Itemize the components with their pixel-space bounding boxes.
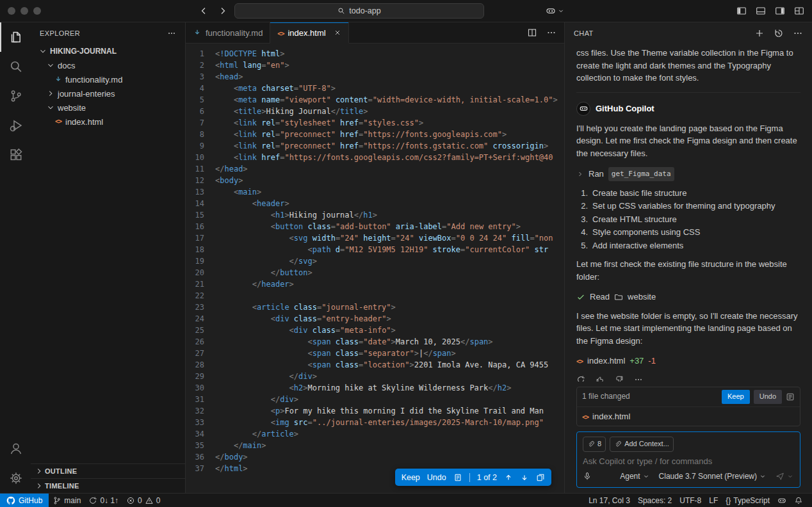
code-line[interactable]: 30 <h2>Morning hike at Skyline Wildernes… xyxy=(186,382,564,394)
undo-all-button[interactable]: Undo xyxy=(754,390,782,404)
code-line[interactable]: 34 </article> xyxy=(186,428,564,440)
line-number[interactable]: 13 xyxy=(186,186,215,198)
thumbs-up-icon[interactable] xyxy=(596,375,605,382)
cursor-position[interactable]: Ln 17, Col 3 xyxy=(585,494,634,507)
forward-icon[interactable] xyxy=(218,6,228,16)
line-number[interactable]: 12 xyxy=(186,175,215,186)
line-number[interactable]: 24 xyxy=(186,313,215,325)
code-line[interactable]: 16 <button class="add-button" aria-label… xyxy=(186,221,564,232)
tree-item-functionality.md[interactable]: functionality.md xyxy=(31,72,185,86)
problems-indicator[interactable]: 0 0 xyxy=(122,494,164,507)
line-number[interactable]: 7 xyxy=(186,117,215,129)
minimize-window-button[interactable] xyxy=(20,7,28,15)
copilot-status-icon[interactable] xyxy=(774,494,790,507)
read-tool-row[interactable]: Read website xyxy=(576,291,800,303)
tree-item-journal-enteries[interactable]: journal-enteries xyxy=(31,86,185,101)
send-options-chevron-icon[interactable] xyxy=(786,472,794,480)
rerun-icon[interactable] xyxy=(576,375,585,382)
new-chat-icon[interactable] xyxy=(754,28,765,38)
line-number[interactable]: 16 xyxy=(186,221,215,232)
code-line[interactable]: 5 <meta name="viewport" content="width=d… xyxy=(186,94,564,106)
code-line[interactable]: 13 <main> xyxy=(186,186,564,198)
code-line[interactable]: 12<body> xyxy=(186,175,564,186)
code-line[interactable]: 9 <link rel="preconnect" href="https://f… xyxy=(186,140,564,152)
code-line[interactable]: 26 <span class="date">March 10, 2025</sp… xyxy=(186,336,564,348)
chat-history-icon[interactable] xyxy=(774,28,784,38)
customize-layout-icon[interactable] xyxy=(794,6,804,16)
line-number[interactable]: 11 xyxy=(186,163,215,175)
edited-file-chip[interactable]: <> index.html +37 -1 xyxy=(576,355,800,367)
line-number[interactable]: 15 xyxy=(186,209,215,221)
close-tab-icon[interactable] xyxy=(334,29,341,36)
sync-indicator[interactable]: 0↓ 1↑ xyxy=(85,494,122,507)
code-line[interactable]: 15 <h1>Hiking journal</h1> xyxy=(186,209,564,221)
code-line[interactable]: 22 xyxy=(186,290,564,302)
tree-item-index.html[interactable]: <>index.html xyxy=(31,115,185,129)
code-line[interactable]: 11</head> xyxy=(186,163,564,175)
code-line[interactable]: 32 <p>For my hike this morning I did the… xyxy=(186,405,564,417)
chat-input[interactable] xyxy=(583,456,794,466)
actions-more-icon[interactable] xyxy=(634,375,643,382)
send-icon[interactable] xyxy=(775,472,784,481)
zoom-window-button[interactable] xyxy=(33,7,41,15)
encoding-indicator[interactable]: UTF-8 xyxy=(676,494,705,507)
model-selector[interactable]: Claude 3.7 Sonnet (Preview) xyxy=(659,471,767,483)
line-number[interactable]: 4 xyxy=(186,83,215,94)
attachments-chip[interactable]: 8 xyxy=(583,437,606,452)
search-view-icon[interactable] xyxy=(0,52,31,81)
accounts-icon[interactable] xyxy=(0,434,31,463)
code-line[interactable]: 6 <title>Hiking Journal</title> xyxy=(186,106,564,117)
code-editor[interactable]: 1<!DOCTYPE html>2<html lang="en">3<head>… xyxy=(186,44,564,493)
notifications-bell-icon[interactable] xyxy=(790,494,807,507)
code-line[interactable]: 24 <div class="entry-header"> xyxy=(186,313,564,325)
language-indicator[interactable]: {} TypeScript xyxy=(722,494,774,507)
code-line[interactable]: 21 </header> xyxy=(186,278,564,290)
line-number[interactable]: 32 xyxy=(186,405,215,417)
line-number[interactable]: 35 xyxy=(186,440,215,451)
tree-item-website[interactable]: website xyxy=(31,101,185,115)
code-line[interactable]: 23 <article class="journal-entry"> xyxy=(186,302,564,313)
line-number[interactable]: 31 xyxy=(186,394,215,405)
diff-file-icon[interactable] xyxy=(453,473,462,482)
code-line[interactable]: 14 <header> xyxy=(186,198,564,209)
line-number[interactable]: 27 xyxy=(186,348,215,359)
code-line[interactable]: 7 <link rel="stylesheet" href="styles.cs… xyxy=(186,117,564,129)
timeline-section[interactable]: TIMELINE xyxy=(31,478,185,493)
line-number[interactable]: 34 xyxy=(186,428,215,440)
indentation-indicator[interactable]: Spaces: 2 xyxy=(634,494,676,507)
editor-more-icon[interactable] xyxy=(546,28,556,38)
line-number[interactable]: 30 xyxy=(186,382,215,394)
line-number[interactable]: 29 xyxy=(186,371,215,382)
code-line[interactable]: 31 </div> xyxy=(186,394,564,405)
branch-indicator[interactable]: main xyxy=(49,494,85,507)
code-line[interactable]: 25 <div class="meta-info"> xyxy=(186,325,564,336)
changed-file-row[interactable]: <> index.html xyxy=(577,407,800,426)
line-number[interactable]: 20 xyxy=(186,267,215,278)
line-number[interactable]: 33 xyxy=(186,417,215,428)
tree-item-hiking-journal[interactable]: HIKING-JOURNAL xyxy=(31,44,185,58)
code-line[interactable]: 35 </main> xyxy=(186,440,564,451)
code-line[interactable]: 3<head> xyxy=(186,71,564,83)
line-number[interactable]: 37 xyxy=(186,463,215,474)
undo-button[interactable]: Undo xyxy=(427,473,446,482)
close-window-button[interactable] xyxy=(8,7,15,15)
code-line[interactable]: 2<html lang="en"> xyxy=(186,60,564,71)
command-center-search[interactable]: todo-app xyxy=(234,3,484,19)
code-line[interactable]: 4 <meta charset="UTF-8"> xyxy=(186,83,564,94)
microphone-icon[interactable] xyxy=(583,472,592,481)
explorer-more-icon[interactable] xyxy=(167,29,176,38)
code-line[interactable]: 36</body> xyxy=(186,451,564,463)
line-number[interactable]: 21 xyxy=(186,278,215,290)
line-number[interactable]: 36 xyxy=(186,451,215,463)
explorer-view-icon[interactable] xyxy=(0,22,31,52)
tab-index-html[interactable]: <> index.html xyxy=(270,22,348,44)
tree-item-docs[interactable]: docs xyxy=(31,58,185,72)
code-line[interactable]: 28 <span class="location">2201 Imola Ave… xyxy=(186,359,564,371)
next-change-icon[interactable] xyxy=(520,473,529,482)
outline-section[interactable]: OUTLINE xyxy=(31,463,185,478)
keep-all-button[interactable]: Keep xyxy=(722,390,750,404)
code-line[interactable]: 17 <svg width="24" height="24" viewBox="… xyxy=(186,232,564,244)
line-number[interactable]: 22 xyxy=(186,290,215,302)
view-changes-icon[interactable] xyxy=(786,392,795,401)
code-line[interactable]: 33 <img src="../journal-enteries/images/… xyxy=(186,417,564,428)
